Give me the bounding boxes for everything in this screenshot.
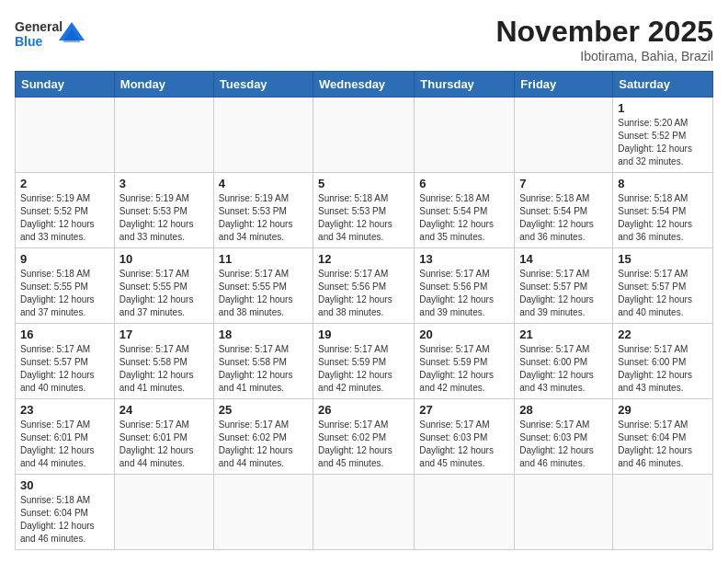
day-number: 2 [20,177,109,190]
weekday-header-wednesday: Wednesday [313,72,415,98]
calendar-cell: 30Sunrise: 5:18 AM Sunset: 6:04 PM Dayli… [16,475,115,550]
day-number: 17 [119,327,209,341]
weekday-header-tuesday: Tuesday [213,72,313,98]
weekday-header-monday: Monday [114,72,213,98]
calendar-cell: 28Sunrise: 5:17 AM Sunset: 6:03 PM Dayli… [515,399,613,475]
day-number: 12 [318,252,409,266]
day-info: Sunrise: 5:17 AM Sunset: 5:55 PM Dayligh… [119,268,209,319]
calendar-cell [515,475,613,550]
day-number: 29 [618,403,708,417]
calendar-week-row: 2Sunrise: 5:19 AM Sunset: 5:52 PM Daylig… [16,173,713,248]
calendar-cell [415,98,515,173]
day-number: 16 [20,327,109,341]
calendar-cell [16,98,115,173]
weekday-header-sunday: Sunday [16,72,115,98]
calendar-cell: 12Sunrise: 5:17 AM Sunset: 5:56 PM Dayli… [313,248,415,324]
day-number: 26 [318,403,409,417]
day-info: Sunrise: 5:17 AM Sunset: 6:03 PM Dayligh… [419,419,509,470]
calendar-cell: 19Sunrise: 5:17 AM Sunset: 5:59 PM Dayli… [313,324,415,399]
day-info: Sunrise: 5:18 AM Sunset: 6:04 PM Dayligh… [20,494,109,546]
day-number: 19 [318,327,409,341]
day-number: 27 [419,403,509,417]
day-number: 13 [419,252,509,266]
calendar-cell: 9Sunrise: 5:18 AM Sunset: 5:55 PM Daylig… [16,248,115,324]
day-info: Sunrise: 5:18 AM Sunset: 5:53 PM Dayligh… [318,192,409,244]
calendar-cell [114,98,213,173]
day-number: 7 [519,177,608,190]
page-header: General Blue November 2025 Ibotirama, Ba… [15,15,713,63]
day-number: 6 [419,177,509,190]
calendar-cell: 6Sunrise: 5:18 AM Sunset: 5:54 PM Daylig… [415,173,515,248]
day-info: Sunrise: 5:17 AM Sunset: 5:56 PM Dayligh… [419,268,509,319]
calendar-cell: 17Sunrise: 5:17 AM Sunset: 5:58 PM Dayli… [114,324,213,399]
day-info: Sunrise: 5:17 AM Sunset: 5:57 PM Dayligh… [20,343,109,395]
calendar-cell: 29Sunrise: 5:17 AM Sunset: 6:04 PM Dayli… [613,399,713,475]
calendar-cell: 25Sunrise: 5:17 AM Sunset: 6:02 PM Dayli… [213,399,313,475]
day-number: 25 [219,403,308,417]
day-number: 5 [318,177,409,190]
calendar-cell: 20Sunrise: 5:17 AM Sunset: 5:59 PM Dayli… [415,324,515,399]
calendar-week-row: 9Sunrise: 5:18 AM Sunset: 5:55 PM Daylig… [16,248,713,324]
calendar-cell: 5Sunrise: 5:18 AM Sunset: 5:53 PM Daylig… [313,173,415,248]
day-number: 24 [119,403,209,417]
day-info: Sunrise: 5:17 AM Sunset: 6:03 PM Dayligh… [519,419,608,470]
day-info: Sunrise: 5:20 AM Sunset: 5:52 PM Dayligh… [618,117,708,168]
day-number: 21 [519,327,608,341]
calendar-cell: 22Sunrise: 5:17 AM Sunset: 6:00 PM Dayli… [613,324,713,399]
day-info: Sunrise: 5:17 AM Sunset: 5:56 PM Dayligh… [318,268,409,319]
day-info: Sunrise: 5:17 AM Sunset: 5:57 PM Dayligh… [618,268,708,319]
logo: General Blue [15,15,88,55]
day-info: Sunrise: 5:18 AM Sunset: 5:54 PM Dayligh… [519,192,608,244]
calendar-cell: 21Sunrise: 5:17 AM Sunset: 6:00 PM Dayli… [515,324,613,399]
calendar-week-row: 1Sunrise: 5:20 AM Sunset: 5:52 PM Daylig… [16,98,713,173]
day-info: Sunrise: 5:17 AM Sunset: 5:58 PM Dayligh… [119,343,209,395]
calendar-cell: 8Sunrise: 5:18 AM Sunset: 5:54 PM Daylig… [613,173,713,248]
weekday-header-row: SundayMondayTuesdayWednesdayThursdayFrid… [16,72,713,98]
day-info: Sunrise: 5:17 AM Sunset: 5:55 PM Dayligh… [219,268,308,319]
day-info: Sunrise: 5:17 AM Sunset: 5:59 PM Dayligh… [419,343,509,395]
day-info: Sunrise: 5:19 AM Sunset: 5:52 PM Dayligh… [20,192,109,244]
day-info: Sunrise: 5:17 AM Sunset: 6:00 PM Dayligh… [618,343,708,395]
day-number: 3 [119,177,209,190]
calendar-cell: 18Sunrise: 5:17 AM Sunset: 5:58 PM Dayli… [213,324,313,399]
day-number: 20 [419,327,509,341]
day-number: 30 [20,478,109,492]
calendar-cell: 1Sunrise: 5:20 AM Sunset: 5:52 PM Daylig… [613,98,713,173]
day-number: 1 [618,101,708,115]
calendar-cell [213,475,313,550]
calendar-cell: 24Sunrise: 5:17 AM Sunset: 6:01 PM Dayli… [114,399,213,475]
weekday-header-saturday: Saturday [613,72,713,98]
calendar-table: SundayMondayTuesdayWednesdayThursdayFrid… [15,71,713,550]
day-info: Sunrise: 5:18 AM Sunset: 5:54 PM Dayligh… [419,192,509,244]
calendar-cell: 15Sunrise: 5:17 AM Sunset: 5:57 PM Dayli… [613,248,713,324]
calendar-week-row: 16Sunrise: 5:17 AM Sunset: 5:57 PM Dayli… [16,324,713,399]
calendar-week-row: 23Sunrise: 5:17 AM Sunset: 6:01 PM Dayli… [16,399,713,475]
calendar-cell: 11Sunrise: 5:17 AM Sunset: 5:55 PM Dayli… [213,248,313,324]
calendar-cell: 13Sunrise: 5:17 AM Sunset: 5:56 PM Dayli… [415,248,515,324]
day-info: Sunrise: 5:19 AM Sunset: 5:53 PM Dayligh… [119,192,209,244]
logo-svg: General Blue [15,15,88,55]
calendar-cell: 10Sunrise: 5:17 AM Sunset: 5:55 PM Dayli… [114,248,213,324]
calendar-cell [313,475,415,550]
calendar-week-row: 30Sunrise: 5:18 AM Sunset: 6:04 PM Dayli… [16,475,713,550]
calendar-cell [213,98,313,173]
calendar-cell: 3Sunrise: 5:19 AM Sunset: 5:53 PM Daylig… [114,173,213,248]
calendar-cell [515,98,613,173]
day-info: Sunrise: 5:19 AM Sunset: 5:53 PM Dayligh… [219,192,308,244]
calendar-cell: 16Sunrise: 5:17 AM Sunset: 5:57 PM Dayli… [16,324,115,399]
day-number: 9 [20,252,109,266]
day-info: Sunrise: 5:17 AM Sunset: 5:58 PM Dayligh… [219,343,308,395]
day-info: Sunrise: 5:18 AM Sunset: 5:55 PM Dayligh… [20,268,109,319]
day-info: Sunrise: 5:17 AM Sunset: 6:01 PM Dayligh… [119,419,209,470]
month-title: November 2025 [495,15,713,49]
day-info: Sunrise: 5:18 AM Sunset: 5:54 PM Dayligh… [618,192,708,244]
calendar-cell [613,475,713,550]
calendar-cell: 14Sunrise: 5:17 AM Sunset: 5:57 PM Dayli… [515,248,613,324]
title-block: November 2025 Ibotirama, Bahia, Brazil [495,15,713,63]
weekday-header-thursday: Thursday [415,72,515,98]
calendar-cell [114,475,213,550]
calendar-cell: 2Sunrise: 5:19 AM Sunset: 5:52 PM Daylig… [16,173,115,248]
calendar-cell: 26Sunrise: 5:17 AM Sunset: 6:02 PM Dayli… [313,399,415,475]
calendar-cell: 4Sunrise: 5:19 AM Sunset: 5:53 PM Daylig… [213,173,313,248]
day-info: Sunrise: 5:17 AM Sunset: 6:00 PM Dayligh… [519,343,608,395]
